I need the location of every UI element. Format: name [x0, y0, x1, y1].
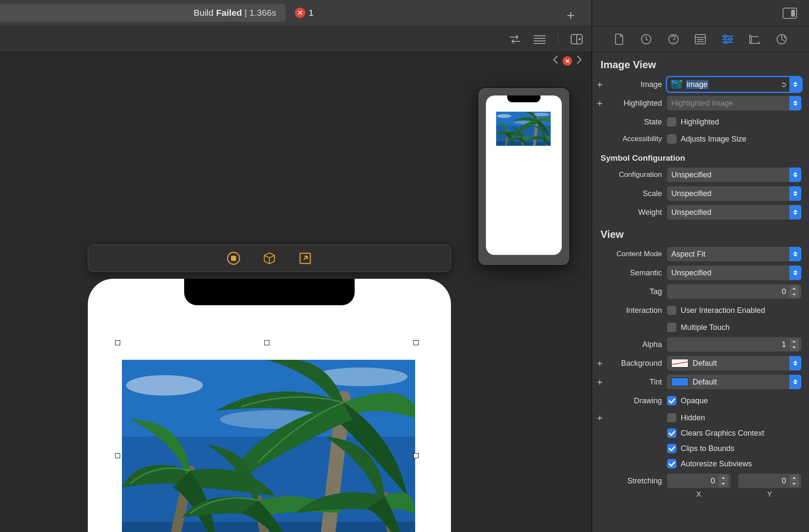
dropdown-caret-icon[interactable]	[789, 375, 801, 389]
background-select[interactable]: Default	[667, 356, 801, 370]
dropdown-caret-icon[interactable]	[789, 247, 801, 261]
help-inspector-tab[interactable]	[667, 33, 680, 46]
add-tab-button[interactable]: ＋	[564, 6, 577, 24]
alpha-field[interactable]: 1	[667, 337, 801, 352]
dropdown-caret-icon[interactable]	[789, 266, 801, 280]
resize-handle[interactable]	[264, 340, 269, 345]
add-property-button[interactable]: ＋	[592, 357, 607, 370]
highlighted-combobox[interactable]: Highlighted Image	[667, 96, 801, 110]
dropdown-caret-icon[interactable]	[789, 168, 801, 182]
hidden-checkbox[interactable]	[667, 413, 676, 422]
scale-label: Scale	[607, 189, 667, 198]
resize-handle[interactable]	[115, 340, 120, 345]
resize-handle[interactable]	[115, 453, 120, 458]
canvas[interactable]	[0, 70, 592, 532]
identity-inspector-tab[interactable]	[694, 33, 707, 46]
inspector-tabstrip	[592, 26, 809, 52]
opaque-text: Opaque	[681, 396, 708, 405]
minimap-notch	[507, 95, 540, 102]
image-label: Image	[607, 80, 667, 89]
resize-handle[interactable]	[413, 340, 419, 345]
connections-inspector-tab[interactable]	[775, 33, 788, 46]
error-icon: ✕	[295, 8, 305, 18]
nav-arrow-bar: ✕	[0, 52, 592, 70]
build-status-pill[interactable]: Build Failed | 1.366s	[0, 4, 286, 22]
stretching-y-axis-label: Y	[738, 490, 802, 499]
state-label: State	[607, 118, 667, 127]
build-time: | 1.366s	[245, 8, 276, 18]
highlighted-label: Highlighted	[607, 99, 667, 108]
dropdown-caret-icon[interactable]	[789, 96, 801, 110]
resize-handle[interactable]	[413, 453, 419, 458]
stretching-x-stepper[interactable]	[719, 475, 728, 487]
build-status: Failed	[216, 8, 242, 18]
size-inspector-tab[interactable]	[748, 33, 761, 46]
tag-stepper[interactable]	[789, 286, 799, 298]
color-swatch-icon	[671, 378, 688, 386]
scale-select[interactable]: Unspecified	[667, 186, 801, 201]
opaque-checkbox[interactable]	[667, 396, 676, 405]
stretching-x-field[interactable]: 0	[667, 474, 731, 488]
add-property-button[interactable]: ＋	[592, 376, 607, 388]
state-highlighted-checkbox[interactable]	[667, 117, 676, 127]
add-property-button[interactable]: ＋	[592, 78, 607, 91]
dropdown-caret-icon[interactable]	[789, 186, 801, 201]
tint-select[interactable]: Default	[667, 375, 801, 389]
content-mode-label: Content Mode	[607, 250, 667, 258]
swap-icon[interactable]	[509, 33, 521, 46]
alpha-label: Alpha	[607, 340, 667, 349]
content-mode-select[interactable]: Aspect Fit	[667, 247, 801, 261]
dropdown-caret-icon[interactable]	[789, 205, 801, 220]
svg-rect-15	[231, 256, 236, 261]
attributes-inspector-tab[interactable]	[721, 33, 734, 46]
stretching-y-field[interactable]: 0	[738, 474, 802, 488]
weight-select[interactable]: Unspecified	[667, 205, 801, 220]
minimap[interactable]	[478, 88, 569, 265]
background-label: Background	[607, 359, 667, 368]
lines-icon[interactable]	[533, 33, 546, 46]
dropdown-caret-icon[interactable]	[789, 356, 801, 370]
drawing-label: Drawing	[607, 396, 667, 405]
clears-graphics-text: Clears Graphics Context	[681, 429, 764, 438]
configuration-label: Configuration	[607, 171, 667, 179]
semantic-select[interactable]: Unspecified	[667, 266, 801, 280]
configuration-select[interactable]: Unspecified	[667, 168, 801, 182]
symbol-config-title: Symbol Configuration	[592, 147, 809, 165]
alpha-stepper[interactable]	[789, 338, 799, 350]
tag-field[interactable]: 0	[667, 284, 801, 299]
stop-preview-button[interactable]	[226, 251, 241, 266]
multiple-touch-checkbox[interactable]	[667, 323, 676, 332]
nav-forward-icon[interactable]	[576, 55, 582, 66]
floating-toolbar	[88, 245, 451, 272]
nav-back-icon[interactable]	[552, 55, 558, 66]
add-property-button[interactable]: ＋	[592, 97, 607, 110]
nav-error-icon[interactable]: ✕	[563, 56, 572, 66]
error-count-badge[interactable]: ✕ 1	[295, 8, 314, 18]
stretching-y-stepper[interactable]	[789, 475, 799, 487]
dropdown-caret-icon[interactable]	[789, 77, 801, 92]
add-property-button[interactable]: ＋	[592, 411, 607, 424]
user-interaction-text: User Interaction Enabled	[681, 306, 765, 315]
export-button[interactable]	[298, 251, 313, 266]
cube-3d-button[interactable]	[262, 251, 277, 266]
clears-graphics-checkbox[interactable]	[667, 428, 676, 438]
add-editor-icon[interactable]	[570, 33, 583, 46]
hidden-text: Hidden	[681, 413, 705, 422]
history-inspector-tab[interactable]	[640, 33, 653, 46]
tint-label: Tint	[607, 378, 667, 387]
autoresize-checkbox[interactable]	[667, 459, 676, 468]
adjusts-image-size-text: Adjusts Image Size	[681, 135, 746, 144]
selection-rect[interactable]	[118, 343, 416, 532]
stretching-x-axis-label: X	[667, 490, 731, 499]
svg-point-29	[725, 41, 727, 43]
adjusts-image-size-checkbox[interactable]	[667, 134, 676, 144]
titlebar: Build Failed | 1.366s ✕ 1 ＋	[0, 0, 592, 26]
clips-to-bounds-checkbox[interactable]	[667, 444, 676, 453]
image-combobox[interactable]: image ➲	[667, 77, 801, 92]
build-prefix: Build	[194, 8, 214, 18]
file-inspector-tab[interactable]	[613, 33, 626, 46]
toggle-right-panel-icon[interactable]	[783, 8, 797, 19]
inspector-body: Image View ＋ Image image ➲ ＋ Highlighted	[592, 52, 809, 532]
color-swatch-none-icon	[671, 359, 688, 367]
user-interaction-checkbox[interactable]	[667, 306, 676, 315]
